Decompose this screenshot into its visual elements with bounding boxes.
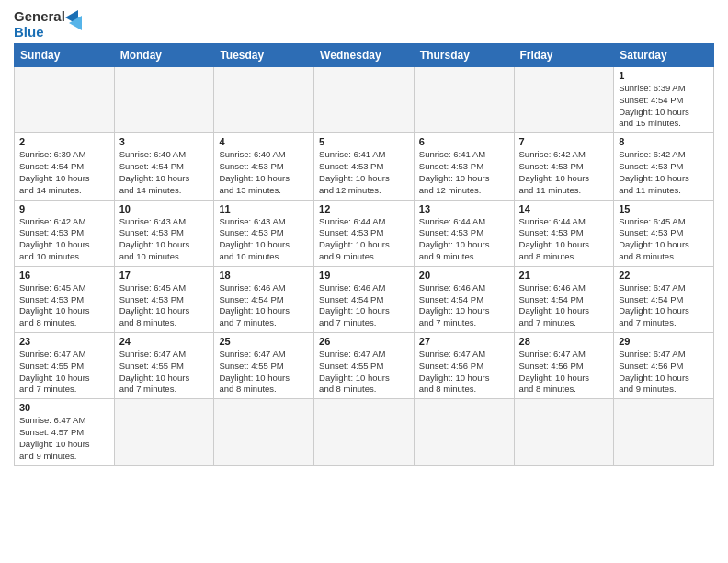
calendar-cell [314, 399, 415, 465]
day-number: 14 [519, 203, 609, 214]
calendar-cell: 22Sunrise: 6:47 AM Sunset: 4:54 PM Dayli… [614, 266, 714, 332]
day-number: 25 [219, 336, 309, 347]
day-number: 30 [19, 402, 109, 413]
day-info: Sunrise: 6:47 AM Sunset: 4:55 PM Dayligh… [319, 349, 409, 396]
day-info: Sunrise: 6:46 AM Sunset: 4:54 PM Dayligh… [219, 282, 309, 329]
calendar-cell: 9Sunrise: 6:42 AM Sunset: 4:53 PM Daylig… [15, 200, 115, 266]
day-number: 17 [119, 270, 210, 281]
day-number: 27 [419, 336, 509, 347]
day-info: Sunrise: 6:44 AM Sunset: 4:53 PM Dayligh… [319, 216, 409, 263]
day-number: 1 [619, 70, 709, 81]
calendar-cell: 27Sunrise: 6:47 AM Sunset: 4:56 PM Dayli… [414, 333, 514, 399]
day-number: 19 [319, 270, 409, 281]
day-info: Sunrise: 6:45 AM Sunset: 4:53 PM Dayligh… [19, 282, 109, 329]
calendar-cell: 1Sunrise: 6:39 AM Sunset: 4:54 PM Daylig… [614, 67, 714, 133]
calendar-cell: 12Sunrise: 6:44 AM Sunset: 4:53 PM Dayli… [314, 200, 415, 266]
calendar-cell: 21Sunrise: 6:46 AM Sunset: 4:54 PM Dayli… [514, 266, 614, 332]
calendar-cell: 11Sunrise: 6:43 AM Sunset: 4:53 PM Dayli… [214, 200, 314, 266]
day-info: Sunrise: 6:46 AM Sunset: 4:54 PM Dayligh… [319, 282, 409, 329]
day-number: 9 [19, 203, 109, 214]
day-info: Sunrise: 6:45 AM Sunset: 4:53 PM Dayligh… [619, 216, 709, 263]
day-info: Sunrise: 6:42 AM Sunset: 4:53 PM Dayligh… [619, 149, 709, 196]
calendar-cell: 8Sunrise: 6:42 AM Sunset: 4:53 PM Daylig… [614, 133, 714, 200]
day-number: 11 [219, 203, 309, 214]
calendar-cell: 6Sunrise: 6:41 AM Sunset: 4:53 PM Daylig… [414, 133, 514, 200]
calendar-cell: 30Sunrise: 6:47 AM Sunset: 4:57 PM Dayli… [15, 399, 115, 465]
day-number: 16 [19, 270, 109, 281]
day-info: Sunrise: 6:41 AM Sunset: 4:53 PM Dayligh… [319, 149, 409, 196]
calendar-cell: 17Sunrise: 6:45 AM Sunset: 4:53 PM Dayli… [114, 266, 214, 332]
day-info: Sunrise: 6:40 AM Sunset: 4:54 PM Dayligh… [119, 149, 210, 196]
day-info: Sunrise: 6:41 AM Sunset: 4:53 PM Dayligh… [419, 149, 509, 196]
calendar-cell: 3Sunrise: 6:40 AM Sunset: 4:54 PM Daylig… [114, 133, 214, 200]
day-number: 6 [419, 136, 509, 147]
day-info: Sunrise: 6:47 AM Sunset: 4:56 PM Dayligh… [619, 349, 709, 396]
day-info: Sunrise: 6:47 AM Sunset: 4:55 PM Dayligh… [119, 349, 210, 396]
day-number: 29 [619, 336, 709, 347]
day-info: Sunrise: 6:47 AM Sunset: 4:55 PM Dayligh… [19, 349, 109, 396]
calendar-cell: 26Sunrise: 6:47 AM Sunset: 4:55 PM Dayli… [314, 333, 415, 399]
day-info: Sunrise: 6:46 AM Sunset: 4:54 PM Dayligh… [519, 282, 609, 329]
calendar-cell [414, 67, 514, 133]
calendar-cell: 24Sunrise: 6:47 AM Sunset: 4:55 PM Dayli… [114, 333, 214, 399]
calendar-body: 1Sunrise: 6:39 AM Sunset: 4:54 PM Daylig… [15, 67, 714, 466]
day-info: Sunrise: 6:47 AM Sunset: 4:55 PM Dayligh… [219, 349, 309, 396]
page-header: GeneralBlue [14, 9, 714, 40]
day-number: 2 [19, 136, 109, 147]
calendar-cell [614, 399, 714, 465]
calendar-cell: 18Sunrise: 6:46 AM Sunset: 4:54 PM Dayli… [214, 266, 314, 332]
day-number: 4 [219, 136, 309, 147]
calendar-week-3: 9Sunrise: 6:42 AM Sunset: 4:53 PM Daylig… [15, 200, 714, 266]
day-number: 20 [419, 270, 509, 281]
weekday-header-thursday: Thursday [414, 44, 514, 67]
day-number: 18 [219, 270, 309, 281]
calendar-cell: 7Sunrise: 6:42 AM Sunset: 4:53 PM Daylig… [514, 133, 614, 200]
day-number: 13 [419, 203, 509, 214]
day-info: Sunrise: 6:42 AM Sunset: 4:53 PM Dayligh… [19, 216, 109, 263]
day-number: 21 [519, 270, 609, 281]
calendar-cell: 4Sunrise: 6:40 AM Sunset: 4:53 PM Daylig… [214, 133, 314, 200]
weekday-header-saturday: Saturday [614, 44, 714, 67]
calendar-cell [314, 67, 415, 133]
calendar-table: SundayMondayTuesdayWednesdayThursdayFrid… [14, 43, 714, 466]
day-info: Sunrise: 6:47 AM Sunset: 4:56 PM Dayligh… [419, 349, 509, 396]
day-info: Sunrise: 6:42 AM Sunset: 4:53 PM Dayligh… [519, 149, 609, 196]
weekday-header-wednesday: Wednesday [314, 44, 415, 67]
calendar-week-4: 16Sunrise: 6:45 AM Sunset: 4:53 PM Dayli… [15, 266, 714, 332]
calendar-week-1: 1Sunrise: 6:39 AM Sunset: 4:54 PM Daylig… [15, 67, 714, 133]
day-info: Sunrise: 6:44 AM Sunset: 4:53 PM Dayligh… [419, 216, 509, 263]
calendar-cell: 19Sunrise: 6:46 AM Sunset: 4:54 PM Dayli… [314, 266, 415, 332]
calendar-cell: 5Sunrise: 6:41 AM Sunset: 4:53 PM Daylig… [314, 133, 415, 200]
calendar-cell: 23Sunrise: 6:47 AM Sunset: 4:55 PM Dayli… [15, 333, 115, 399]
day-number: 10 [119, 203, 210, 214]
calendar-cell [114, 399, 214, 465]
calendar-cell: 14Sunrise: 6:44 AM Sunset: 4:53 PM Dayli… [514, 200, 614, 266]
day-number: 24 [119, 336, 210, 347]
calendar-cell: 15Sunrise: 6:45 AM Sunset: 4:53 PM Dayli… [614, 200, 714, 266]
day-info: Sunrise: 6:47 AM Sunset: 4:54 PM Dayligh… [619, 282, 709, 329]
calendar-cell [214, 67, 314, 133]
calendar-cell: 25Sunrise: 6:47 AM Sunset: 4:55 PM Dayli… [214, 333, 314, 399]
day-info: Sunrise: 6:47 AM Sunset: 4:57 PM Dayligh… [19, 415, 109, 462]
logo: GeneralBlue [14, 9, 85, 40]
calendar-cell [414, 399, 514, 465]
day-info: Sunrise: 6:44 AM Sunset: 4:53 PM Dayligh… [519, 216, 609, 263]
calendar-cell [514, 399, 614, 465]
day-info: Sunrise: 6:47 AM Sunset: 4:56 PM Dayligh… [519, 349, 609, 396]
calendar-week-6: 30Sunrise: 6:47 AM Sunset: 4:57 PM Dayli… [15, 399, 714, 465]
day-number: 23 [19, 336, 109, 347]
calendar-week-5: 23Sunrise: 6:47 AM Sunset: 4:55 PM Dayli… [15, 333, 714, 399]
calendar-cell: 13Sunrise: 6:44 AM Sunset: 4:53 PM Dayli… [414, 200, 514, 266]
day-info: Sunrise: 6:45 AM Sunset: 4:53 PM Dayligh… [119, 282, 210, 329]
calendar-cell: 29Sunrise: 6:47 AM Sunset: 4:56 PM Dayli… [614, 333, 714, 399]
day-number: 12 [319, 203, 409, 214]
calendar-cell [15, 67, 115, 133]
weekday-header-sunday: Sunday [15, 44, 115, 67]
calendar-cell: 20Sunrise: 6:46 AM Sunset: 4:54 PM Dayli… [414, 266, 514, 332]
day-info: Sunrise: 6:40 AM Sunset: 4:53 PM Dayligh… [219, 149, 309, 196]
day-number: 5 [319, 136, 409, 147]
calendar-week-2: 2Sunrise: 6:39 AM Sunset: 4:54 PM Daylig… [15, 133, 714, 200]
calendar-cell: 2Sunrise: 6:39 AM Sunset: 4:54 PM Daylig… [15, 133, 115, 200]
calendar-cell [514, 67, 614, 133]
calendar-cell: 16Sunrise: 6:45 AM Sunset: 4:53 PM Dayli… [15, 266, 115, 332]
